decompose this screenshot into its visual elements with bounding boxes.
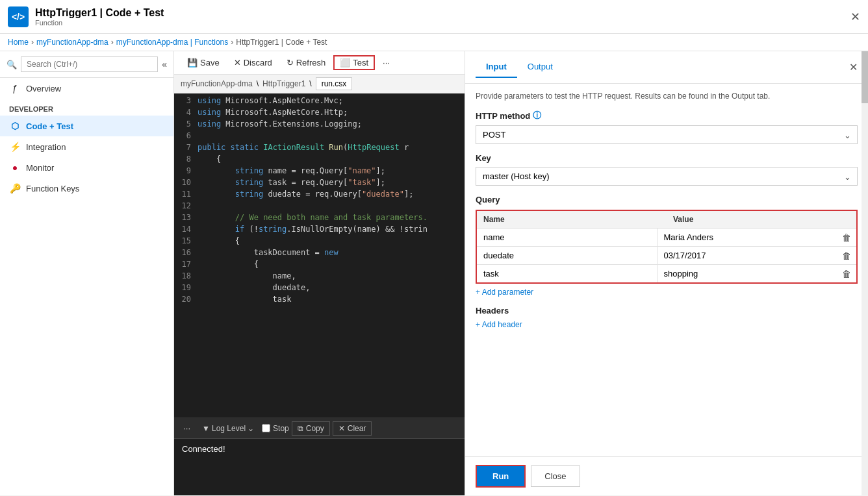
log-content: Connected! <box>174 439 465 495</box>
query-value-0[interactable] <box>657 229 837 246</box>
sidebar-item-monitor[interactable]: ● Monitor <box>0 157 173 178</box>
discard-button[interactable]: ✕ Discard <box>227 55 279 70</box>
file-tab-run[interactable]: run.csx <box>316 77 353 90</box>
title-bar-left: </> HttpTrigger1 | Code + Test Function <box>8 6 164 27</box>
file-path-trigger: HttpTrigger1 <box>262 79 305 88</box>
code-line: 9 string name = req.Query["name"]; <box>174 166 465 178</box>
scrollbar-track <box>862 51 868 495</box>
copy-label: Copy <box>306 424 324 433</box>
line-code: using Microsoft.Extensions.Logging; <box>198 119 465 129</box>
line-number: 12 <box>174 201 198 210</box>
stop-checkbox[interactable] <box>262 424 270 432</box>
function-keys-icon: 🔑 <box>9 183 21 193</box>
key-select[interactable]: master (Host key) default custom <box>476 167 858 186</box>
breadcrumb: Home › myFunctionApp-dma › myFunctionApp… <box>0 34 868 51</box>
add-header-link[interactable]: + Add header <box>476 320 522 329</box>
run-button[interactable]: Run <box>476 465 526 488</box>
delete-row-1-button[interactable]: 🗑 <box>837 248 856 264</box>
log-level-button[interactable]: ▼ Log Level ⌄ <box>197 422 259 435</box>
code-line: 13 // We need both name and task paramet… <box>174 213 465 225</box>
sidebar-item-label: Code + Test <box>26 121 73 131</box>
refresh-button[interactable]: ↻ Refresh <box>280 55 333 70</box>
line-number: 6 <box>174 131 198 140</box>
code-line: 19 duedate, <box>174 283 465 295</box>
line-number: 7 <box>174 143 198 152</box>
table-row: 🗑 <box>477 229 856 247</box>
key-label: Key <box>476 153 858 163</box>
query-value-1[interactable] <box>657 247 837 264</box>
search-icon: 🔍 <box>6 60 17 69</box>
sidebar-item-label: Function Keys <box>26 184 79 193</box>
page-title: HttpTrigger1 | Code + Test <box>35 7 164 19</box>
line-code: public static IActionResult Run(HttpRequ… <box>198 143 465 152</box>
copy-button[interactable]: ⧉ Copy <box>292 421 330 436</box>
sidebar-item-integration[interactable]: ⚡ Integration <box>0 136 173 157</box>
search-bar: 🔍 « <box>0 51 173 78</box>
sidebar-collapse-button[interactable]: « <box>162 59 167 69</box>
code-line: 14 if (!string.IsNullOrEmpty(name) && !s… <box>174 225 465 236</box>
right-panel: Input Output ✕ Provide parameters to tes… <box>465 51 868 495</box>
log-panel: ··· ▼ Log Level ⌄ Stop ⧉ Copy ✕ Clear <box>174 417 465 495</box>
code-line: 4using Microsoft.AspNetCore.Http; <box>174 108 465 119</box>
editor-pane: 💾 Save ✕ Discard ↻ Refresh ⬜ Test ··· my… <box>174 51 465 495</box>
panel-description: Provide parameters to test the HTTP requ… <box>476 92 858 101</box>
line-number: 20 <box>174 295 198 304</box>
sidebar-item-overview[interactable]: ƒ Overview <box>0 78 173 99</box>
line-number: 9 <box>174 166 198 175</box>
line-number: 19 <box>174 283 198 292</box>
log-more-button[interactable]: ··· <box>179 421 194 436</box>
http-method-select[interactable]: POST GET PUT DELETE PATCH <box>476 125 858 144</box>
log-toolbar: ··· ▼ Log Level ⌄ Stop ⧉ Copy ✕ Clear <box>174 418 465 439</box>
code-line: 15 { <box>174 236 465 248</box>
search-input[interactable] <box>21 56 158 72</box>
code-line: 10 string task = req.Query["task"]; <box>174 178 465 190</box>
title-bar-close-button[interactable]: ✕ <box>850 10 860 24</box>
tab-output[interactable]: Output <box>517 56 563 78</box>
query-name-0[interactable] <box>477 229 657 246</box>
test-icon: ⬜ <box>340 58 350 68</box>
line-number: 11 <box>174 190 198 199</box>
headers-label: Headers <box>476 306 858 316</box>
breadcrumb-current: HttpTrigger1 | Code + Test <box>236 38 327 47</box>
sidebar-item-function-keys[interactable]: 🔑 Function Keys <box>0 178 173 199</box>
add-parameter-link[interactable]: + Add parameter <box>476 288 533 297</box>
query-value-2[interactable] <box>657 265 837 282</box>
more-options-button[interactable]: ··· <box>376 55 396 70</box>
line-code: string name = req.Query["name"]; <box>198 166 465 175</box>
breadcrumb-home[interactable]: Home <box>8 38 29 47</box>
line-number: 10 <box>174 178 198 187</box>
query-label: Query <box>476 195 858 205</box>
query-name-1[interactable] <box>477 247 657 264</box>
breadcrumb-functions[interactable]: myFunctionApp-dma | Functions <box>116 38 229 47</box>
tab-input[interactable]: Input <box>476 56 517 78</box>
right-panel-close-button[interactable]: ✕ <box>849 61 858 73</box>
monitor-icon: ● <box>9 162 21 173</box>
table-row: 🗑 <box>477 247 856 265</box>
code-editor[interactable]: 3using Microsoft.AspNetCore.Mvc;4using M… <box>174 93 465 417</box>
save-button[interactable]: 💾 Save <box>181 55 226 70</box>
breadcrumb-app[interactable]: myFunctionApp-dma <box>36 38 108 47</box>
close-button[interactable]: Close <box>531 465 580 487</box>
delete-row-0-button[interactable]: 🗑 <box>837 230 856 245</box>
file-tabs: myFunctionApp-dma \ HttpTrigger1 \ run.c… <box>174 75 465 93</box>
line-code: { <box>198 260 465 269</box>
chevron-down-icon: ⌄ <box>248 424 254 433</box>
table-row: 🗑 <box>477 265 856 282</box>
info-icon: ⓘ <box>533 110 541 121</box>
code-line: 7public static IActionResult Run(HttpReq… <box>174 143 465 155</box>
line-number: 3 <box>174 96 198 105</box>
delete-row-2-button[interactable]: 🗑 <box>837 266 856 282</box>
scrollbar-thumb[interactable] <box>862 51 868 103</box>
test-button[interactable]: ⬜ Test <box>333 55 375 70</box>
line-code: using Microsoft.AspNetCore.Http; <box>198 108 465 117</box>
discard-label: Discard <box>244 58 272 68</box>
line-number: 4 <box>174 108 198 117</box>
sidebar-item-label: Overview <box>26 84 61 93</box>
sidebar-item-code-test[interactable]: ⬡ Code + Test <box>0 116 173 136</box>
query-name-2[interactable] <box>477 265 657 282</box>
line-code: duedate, <box>198 283 465 292</box>
code-line: 17 { <box>174 260 465 271</box>
clear-button[interactable]: ✕ Clear <box>333 421 372 436</box>
query-section: Query Name Value 🗑 <box>476 195 858 297</box>
line-code: name, <box>198 271 465 280</box>
